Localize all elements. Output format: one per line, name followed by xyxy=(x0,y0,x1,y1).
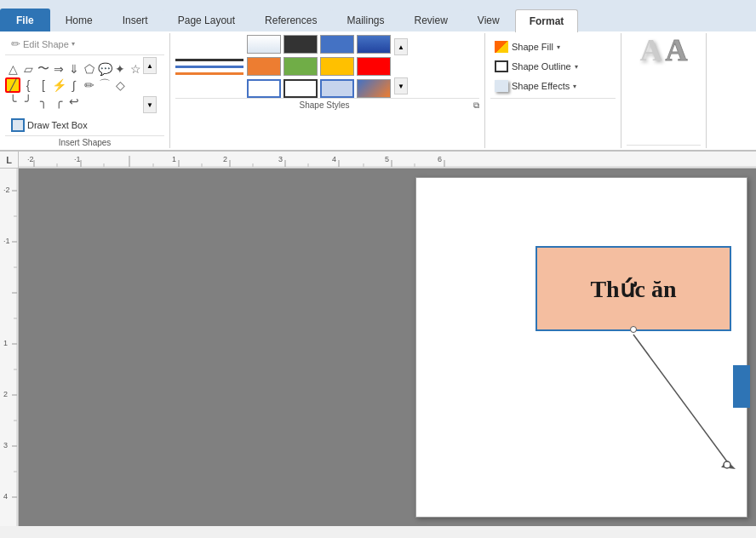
shape-outline-button[interactable]: Shape Outline ▾ xyxy=(490,58,616,75)
wordart-a-button[interactable]: A xyxy=(640,35,662,66)
svg-text:5: 5 xyxy=(385,155,389,163)
tab-insert[interactable]: Insert xyxy=(108,9,163,31)
shape-wave[interactable]: 〜 xyxy=(36,61,51,77)
style-preset-8[interactable] xyxy=(357,57,391,76)
style-solid-line[interactable] xyxy=(175,59,243,61)
shape-custom6[interactable]: ↩ xyxy=(66,94,82,109)
horizontal-ruler: ·2 ·1 1 2 3 4 5 xyxy=(19,152,756,169)
draw-text-box-label: Draw Text Box xyxy=(27,120,88,130)
svg-text:·2: ·2 xyxy=(3,186,10,194)
style-preset-4[interactable] xyxy=(357,35,391,54)
vertical-ruler-svg: ·2 ·1 1 2 3 4 xyxy=(0,169,19,526)
ruler-corner: L xyxy=(0,152,19,169)
shape-styles-expand-icon[interactable]: ⧉ xyxy=(473,100,479,111)
shape-more[interactable]: ☆ xyxy=(128,61,143,77)
shape-custom3[interactable]: ╯ xyxy=(20,94,36,109)
shape-arrow-down[interactable]: ⇓ xyxy=(66,61,82,77)
shapes-scroll-up[interactable]: ▲ xyxy=(143,57,157,74)
style-preset-3[interactable] xyxy=(320,35,354,54)
shape-styles-group-label: Shape Styles xyxy=(175,100,473,111)
style-preset-7[interactable] xyxy=(320,57,354,76)
style-preset-10[interactable] xyxy=(284,79,318,98)
shape-bracket[interactable]: [ xyxy=(36,77,51,93)
tab-view[interactable]: View xyxy=(463,9,514,31)
tab-references[interactable]: References xyxy=(250,9,331,31)
svg-text:·1: ·1 xyxy=(74,155,81,163)
shape-fill-button[interactable]: Shape Fill ▾ xyxy=(490,38,616,55)
shape-callout[interactable]: 💬 xyxy=(97,61,112,77)
shape-star4[interactable]: ✦ xyxy=(112,61,128,77)
shape-connector[interactable]: ⌒ xyxy=(97,77,112,93)
shape-custom5[interactable]: ╭ xyxy=(51,94,66,109)
content-area: L ·2 ·1 1 2 3 xyxy=(0,152,756,526)
svg-text:1: 1 xyxy=(172,155,176,163)
tab-file[interactable]: File xyxy=(0,9,50,31)
shape-fill-label: Shape Fill xyxy=(512,42,553,52)
svg-text:1: 1 xyxy=(3,339,8,347)
document-page: Thức ăn xyxy=(415,177,747,518)
shape-fill-dropdown-icon[interactable]: ▾ xyxy=(557,43,560,51)
shape-lightning[interactable]: ⚡ xyxy=(51,77,66,93)
shape-freeform[interactable]: ✏ xyxy=(82,77,97,93)
svg-text:6: 6 xyxy=(438,155,442,163)
svg-text:3: 3 xyxy=(3,441,8,449)
wordart-a2-button[interactable]: A xyxy=(666,35,688,66)
shape-outline-dropdown-icon[interactable]: ▾ xyxy=(575,63,578,71)
style-scroll: ▲ ▼ xyxy=(394,38,408,94)
shape-parallelogram[interactable]: ▱ xyxy=(20,61,36,77)
main-content: ·2 ·1 1 2 3 4 xyxy=(0,169,756,526)
shape-fill-icon xyxy=(495,41,508,53)
shape-line-selected[interactable]: ╱ xyxy=(5,77,20,93)
shapes-scroll-down[interactable]: ▼ xyxy=(143,96,157,113)
style-preset-9[interactable] xyxy=(247,79,281,98)
shape-effects-label: Shape Effects xyxy=(512,81,570,91)
style-blue-line[interactable] xyxy=(175,66,243,68)
shape-custom1[interactable]: ◇ xyxy=(112,77,128,93)
text-shape-box[interactable]: Thức ăn xyxy=(536,246,731,331)
shape-outline-icon xyxy=(495,60,508,72)
style-preset-6[interactable] xyxy=(284,57,318,76)
shape-effects-icon xyxy=(495,80,508,92)
style-preset-5[interactable] xyxy=(247,57,281,76)
draw-text-box-button[interactable]: Draw Text Box xyxy=(5,115,164,135)
svg-text:·1: ·1 xyxy=(3,237,10,245)
ruler-corner-label: L xyxy=(6,155,12,165)
shape-custom2[interactable]: ╰ xyxy=(5,94,20,109)
style-preset-12[interactable] xyxy=(357,79,391,98)
tab-page-layout[interactable]: Page Layout xyxy=(163,9,249,31)
shape-styles-group: ▲ ▼ Shape Styles ⧉ xyxy=(170,33,485,148)
ruler-row: L ·2 ·1 1 2 3 xyxy=(0,152,756,169)
shape-format-group-label xyxy=(490,98,616,101)
shape-text: Thức ăn xyxy=(590,275,676,303)
shapes-grid: △ ▱ 〜 ⇒ ⇓ ⬠ 💬 ✦ ☆ ╱ xyxy=(5,61,143,109)
svg-marker-47 xyxy=(721,461,736,469)
blue-accent-box xyxy=(733,365,750,408)
shape-custom4[interactable]: ╮ xyxy=(36,94,51,109)
tab-format[interactable]: Format xyxy=(515,9,579,32)
style-preset-1[interactable] xyxy=(247,35,281,54)
insert-shapes-group: ✏ Edit Shape ▾ △ ▱ 〜 ⇒ ⇓ ⬠ xyxy=(0,33,170,148)
style-preset-11[interactable] xyxy=(320,79,354,98)
style-scroll-down[interactable]: ▼ xyxy=(394,77,408,94)
edit-shape-button[interactable]: ✏ Edit Shape ▾ xyxy=(5,35,164,53)
tab-mailings[interactable]: Mailings xyxy=(332,9,398,31)
shape-effects-dropdown-icon[interactable]: ▾ xyxy=(573,83,576,90)
shape-outline-label: Shape Outline xyxy=(512,61,571,72)
shape-triangle[interactable]: △ xyxy=(5,61,20,77)
style-orange-line[interactable] xyxy=(175,72,243,75)
shape-format-group: Shape Fill ▾ Shape Outline ▾ Shape Effec… xyxy=(485,33,621,148)
style-preset-2[interactable] xyxy=(284,35,318,54)
shape-curve[interactable]: ∫ xyxy=(66,77,82,93)
shape-brace[interactable]: { xyxy=(20,77,36,93)
selection-handle-bottom[interactable] xyxy=(630,326,637,333)
style-line-presets xyxy=(175,59,243,75)
style-scroll-up[interactable]: ▲ xyxy=(394,38,408,55)
wordart-group-label xyxy=(627,145,701,148)
shape-effects-button[interactable]: Shape Effects ▾ xyxy=(490,77,616,94)
tab-home[interactable]: Home xyxy=(51,9,107,31)
tab-review[interactable]: Review xyxy=(399,9,461,31)
shape-arrow-right[interactable]: ⇒ xyxy=(51,61,66,77)
shape-pentagon[interactable]: ⬠ xyxy=(82,61,97,77)
edit-shape-label: Edit Shape xyxy=(23,39,69,49)
ribbon-body: ✏ Edit Shape ▾ △ ▱ 〜 ⇒ ⇓ ⬠ xyxy=(0,31,756,152)
